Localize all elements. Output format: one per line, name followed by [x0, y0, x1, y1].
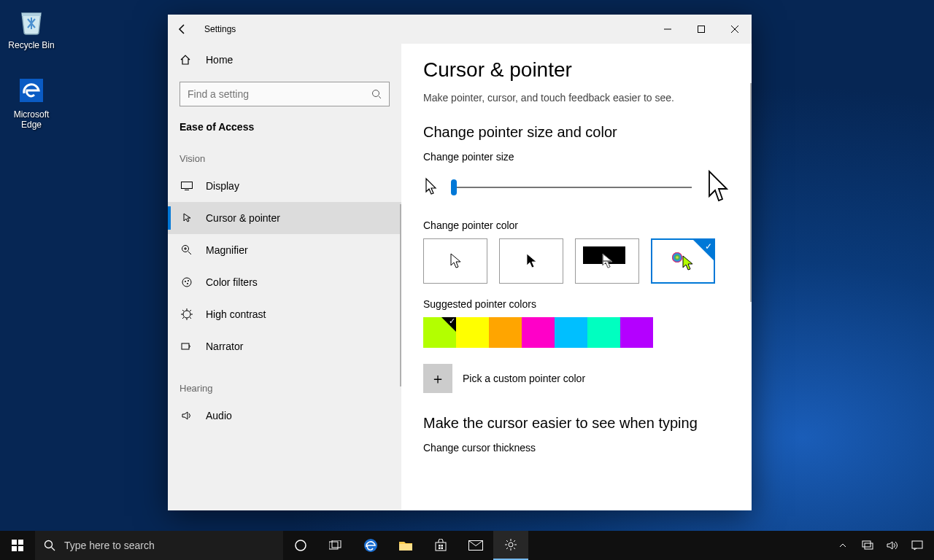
group-vision: Vision [168, 147, 401, 170]
taskbar-edge[interactable] [353, 531, 388, 560]
svg-line-50 [514, 548, 515, 549]
custom-color-button[interactable]: ＋ [423, 364, 452, 393]
sidebar-item-narrator[interactable]: Narrator [168, 330, 401, 362]
svg-rect-41 [439, 548, 441, 550]
back-button[interactable] [168, 15, 197, 44]
pointer-color-white[interactable] [423, 238, 487, 284]
maximize-button[interactable] [684, 15, 718, 44]
tray-chevron[interactable] [830, 541, 855, 550]
tray-action-center[interactable] [905, 540, 930, 551]
narrator-icon [180, 341, 194, 352]
sidebar-item-label: Magnifier [206, 244, 248, 256]
svg-point-26 [672, 252, 682, 262]
cursor-icon [180, 212, 194, 224]
pointer-size-slider[interactable] [423, 170, 730, 205]
sidebar-item-high-contrast[interactable]: High contrast [168, 298, 401, 330]
suggested-color-swatch[interactable] [555, 317, 587, 348]
home-icon [180, 54, 194, 66]
search-box[interactable] [180, 82, 390, 106]
sidebar-item-display[interactable]: Display [168, 170, 401, 202]
pointer-color-inverted[interactable] [575, 238, 639, 284]
slider-thumb[interactable] [451, 179, 457, 195]
tray-volume[interactable] [880, 540, 905, 551]
taskbar-explorer[interactable] [388, 531, 423, 560]
svg-point-3 [373, 90, 379, 97]
section-cursor-typing: Make the cursor easier to see when typin… [423, 415, 730, 432]
pointer-size-label: Change pointer size [423, 151, 730, 163]
color-filters-icon [180, 276, 194, 288]
sidebar-item-label: Audio [206, 410, 232, 421]
svg-point-11 [182, 278, 191, 287]
svg-line-21 [190, 317, 191, 319]
svg-line-23 [190, 310, 191, 311]
taskbar-search[interactable]: Type here to search [35, 531, 283, 560]
svg-line-51 [506, 548, 508, 549]
svg-rect-2 [698, 26, 705, 33]
desktop-recycle-bin[interactable]: Recycle Bin [4, 4, 59, 50]
minimize-button[interactable] [651, 15, 684, 44]
close-button[interactable] [718, 15, 752, 44]
sidebar-item-label: Narrator [206, 341, 243, 352]
sidebar-item-audio[interactable]: Audio [168, 400, 401, 432]
edge-icon [14, 73, 49, 108]
suggested-color-swatch[interactable] [522, 317, 555, 348]
category-label: Ease of Access [168, 115, 401, 147]
content-scrollbar[interactable] [750, 83, 752, 302]
suggested-color-swatch[interactable] [489, 317, 522, 348]
high-contrast-icon [180, 308, 194, 320]
task-view-button[interactable] [318, 531, 353, 560]
titlebar: Settings [168, 15, 752, 44]
start-button[interactable] [0, 531, 35, 560]
taskbar-settings[interactable] [493, 531, 528, 560]
pointer-color-black[interactable] [499, 238, 563, 284]
recycle-bin-icon [14, 4, 49, 39]
svg-point-33 [296, 540, 306, 551]
svg-line-49 [506, 540, 508, 542]
svg-rect-54 [865, 543, 873, 549]
search-icon [44, 540, 55, 551]
pointer-color-custom[interactable] [651, 238, 715, 284]
sidebar-item-label: Display [206, 180, 239, 192]
section-pointer-size-color: Change pointer size and color [423, 124, 730, 141]
svg-line-4 [379, 96, 381, 98]
sidebar-item-label: Color filters [206, 276, 258, 288]
svg-rect-40 [441, 545, 444, 547]
tray-network[interactable] [855, 540, 880, 551]
svg-rect-5 [182, 182, 193, 189]
slider-track[interactable] [451, 187, 692, 188]
window-title: Settings [204, 24, 236, 34]
svg-rect-27 [12, 540, 17, 545]
large-cursor-icon [705, 170, 730, 205]
svg-rect-37 [399, 544, 412, 551]
group-hearing: Hearing [168, 377, 401, 400]
search-input[interactable] [188, 88, 371, 100]
taskbar: Type here to search [0, 531, 934, 560]
svg-rect-29 [12, 546, 17, 551]
custom-color-label: Pick a custom pointer color [463, 373, 585, 384]
cortana-button[interactable] [283, 531, 318, 560]
svg-line-8 [188, 252, 191, 254]
suggested-color-swatch[interactable] [423, 317, 456, 348]
svg-point-44 [509, 542, 513, 547]
sidebar-item-cursor[interactable]: Cursor & pointer [168, 202, 401, 234]
home-button[interactable]: Home [168, 44, 401, 76]
svg-rect-39 [439, 545, 441, 547]
sidebar-item-color-filters[interactable]: Color filters [168, 266, 401, 298]
magnifier-icon [180, 244, 194, 256]
taskbar-store[interactable] [423, 531, 458, 560]
suggested-color-swatch[interactable] [456, 317, 489, 348]
taskbar-mail[interactable] [458, 531, 493, 560]
svg-line-20 [182, 310, 184, 311]
suggested-colors-label: Suggested pointer colors [423, 298, 730, 310]
svg-rect-28 [18, 540, 23, 545]
svg-line-32 [52, 548, 55, 551]
suggested-color-swatch[interactable] [620, 317, 653, 348]
content: Cursor & pointer Make pointer, cursor, a… [401, 44, 752, 510]
sidebar-item-magnifier[interactable]: Magnifier [168, 234, 401, 266]
small-cursor-icon [423, 177, 438, 198]
suggested-color-swatch[interactable] [587, 317, 620, 348]
page-description: Make pointer, cursor, and touch feedback… [423, 92, 730, 104]
svg-rect-38 [436, 542, 446, 551]
page-title: Cursor & pointer [423, 58, 730, 82]
desktop-edge[interactable]: Microsoft Edge [4, 73, 59, 130]
